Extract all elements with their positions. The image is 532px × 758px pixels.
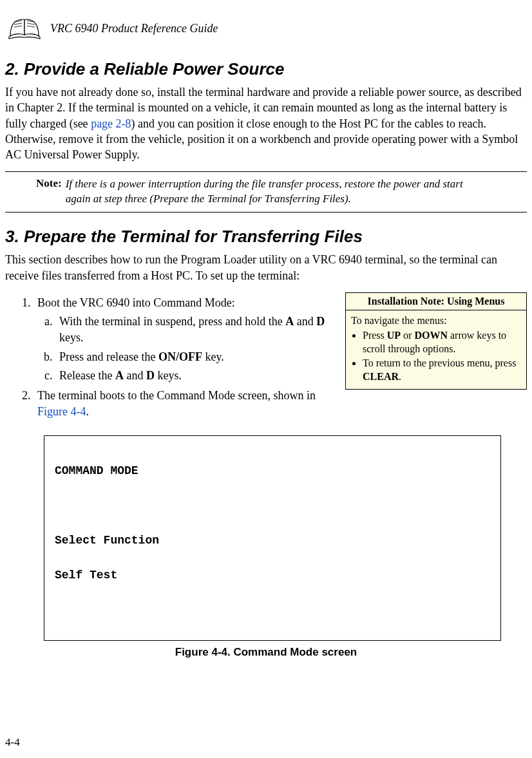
key-a: A bbox=[285, 315, 294, 328]
text: Press bbox=[363, 330, 387, 341]
sidebar-lead: To navigate the menus: bbox=[351, 314, 525, 328]
page-number: 4-4 bbox=[5, 736, 20, 749]
key-down: DOWN bbox=[414, 330, 448, 341]
key-d: D bbox=[316, 315, 325, 328]
step-1a: With the terminal in suspend, press and … bbox=[55, 314, 335, 346]
sidebar-bullet-1: Press UP or DOWN arrow keys to scroll th… bbox=[363, 329, 525, 356]
page-2-8-link[interactable]: page 2-8 bbox=[91, 117, 131, 130]
text: Press and release the bbox=[59, 350, 158, 363]
text: keys. bbox=[155, 369, 182, 382]
numbered-list: Boot the VRC 6940 into Command Mode: Wit… bbox=[5, 295, 335, 420]
figure-caption: Figure 4-4. Command Mode screen bbox=[5, 646, 527, 659]
text: keys. bbox=[59, 331, 84, 344]
key-clear: CLEAR bbox=[363, 371, 399, 382]
page: VRC 6940 Product Reference Guide 2. Prov… bbox=[0, 0, 532, 685]
screen-line-2: Select Function bbox=[55, 532, 490, 549]
page-header: VRC 6940 Product Reference Guide bbox=[5, 13, 527, 44]
text: The terminal boots to the Command Mode s… bbox=[37, 389, 316, 402]
section-3-heading: 3. Prepare the Terminal for Transferring… bbox=[5, 227, 527, 247]
step-1: Boot the VRC 6940 into Command Mode: Wit… bbox=[33, 295, 335, 384]
sidebar-bullet-2: To return to the previous menu, press CL… bbox=[363, 357, 525, 384]
installation-note-box: Installation Note: Using Menus To naviga… bbox=[345, 292, 527, 390]
step-2: The terminal boots to the Command Mode s… bbox=[33, 388, 335, 420]
alpha-list: With the terminal in suspend, press and … bbox=[37, 314, 335, 384]
header-title: VRC 6940 Product Reference Guide bbox=[50, 22, 218, 35]
screen-line-3: Self Test bbox=[55, 567, 490, 584]
step-1c: Release the A and D keys. bbox=[55, 368, 335, 384]
key-a: A bbox=[115, 369, 124, 382]
steps-and-sidebar: Boot the VRC 6940 into Command Mode: Wit… bbox=[5, 292, 527, 424]
text: key. bbox=[202, 350, 224, 363]
section-2-paragraph: If you have not already done so, install… bbox=[5, 84, 527, 162]
sidebar-list: Press UP or DOWN arrow keys to scroll th… bbox=[351, 329, 525, 384]
key-up: UP bbox=[387, 330, 401, 341]
book-icon bbox=[5, 13, 44, 44]
sidebar-body: To navigate the menus: Press UP or DOWN … bbox=[346, 310, 526, 389]
text: . bbox=[399, 371, 401, 382]
sidebar-title: Installation Note: Using Menus bbox=[346, 293, 526, 310]
text: Release the bbox=[59, 369, 115, 382]
note-text: If there is a power interruption during … bbox=[66, 177, 527, 207]
steps-column: Boot the VRC 6940 into Command Mode: Wit… bbox=[5, 292, 335, 424]
text: and bbox=[124, 369, 146, 382]
section-3-intro: This section describes how to run the Pr… bbox=[5, 252, 527, 283]
text: . bbox=[86, 405, 90, 418]
step-1b: Press and release the ON/OFF key. bbox=[55, 349, 335, 365]
key-d: D bbox=[146, 369, 155, 382]
key-onoff: ON/OFF bbox=[158, 350, 202, 363]
step-1-text: Boot the VRC 6940 into Command Mode: bbox=[37, 296, 235, 309]
note-label: Note: bbox=[5, 177, 66, 207]
command-mode-screen: COMMAND MODE Select Function Self Test bbox=[44, 435, 501, 641]
screen-line-1: COMMAND MODE bbox=[55, 462, 490, 480]
note-block: Note: If there is a power interruption d… bbox=[5, 171, 527, 213]
figure-4-4-link[interactable]: Figure 4-4 bbox=[37, 405, 86, 418]
text: or bbox=[401, 330, 414, 341]
text: With the terminal in suspend, press and … bbox=[59, 315, 285, 328]
text: and bbox=[294, 315, 316, 328]
text: To return to the previous menu, press bbox=[363, 357, 516, 368]
section-2-heading: 2. Provide a Reliable Power Source bbox=[5, 59, 527, 79]
